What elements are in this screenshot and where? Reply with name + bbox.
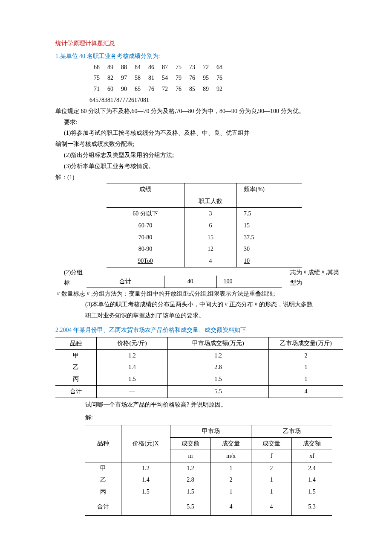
q1-data-grid: 68898884868775737268 7582975881547976957… bbox=[89, 61, 227, 95]
q1-ans2-line2: 〃数量标志〃;分组方法为：变量分组中的开放组距式分组,组限表示方法是重叠组限; bbox=[55, 289, 345, 299]
q1-req1b: 编制一张考核成绩次数分配表; bbox=[55, 139, 345, 149]
q1-ans3b: 职工对业务知识的掌握达到了该单位的要求。 bbox=[85, 311, 345, 321]
q1-rule: 单位规定 60 分以下为不及格,60—70 分为及格,70—80 分为中，80—… bbox=[55, 106, 345, 116]
main-title: 统计学原理计算题汇总 bbox=[55, 38, 345, 49]
q1-req-label: 要求: bbox=[64, 117, 345, 128]
t1-h-count: 职工人数 bbox=[184, 195, 237, 207]
q2-heading: 2.2004 年某月份甲、乙两农贸市场农产品价格和成交量、成交额资料如下 bbox=[55, 325, 345, 335]
q1-heading: 1.某单位 40 名职工业务考核成绩分别为: bbox=[55, 51, 345, 61]
q1-req1: (1)将参加考试的职工按考核成绩分为不及格、及格、中、良、优五组并 bbox=[64, 128, 345, 138]
q2-calc-table: 品种 价格(元)X 甲市场 乙市场 成交额 成交量 成交量 成交额 m m/x … bbox=[85, 425, 332, 516]
q1-extra-line: 64578381787772617081 bbox=[89, 95, 345, 105]
t1-h-score: 成绩 bbox=[107, 183, 184, 195]
q1-freq-table: 成绩 频率(%) 职工人数 60 分以下37.5 60-70615 70-801… bbox=[107, 183, 302, 267]
q2-sol-label: 解: bbox=[85, 413, 345, 423]
t1-h-freq: 频率(%) bbox=[237, 183, 302, 195]
q1-ans2-line: (2)分组标 合计 40 100 志为〃成绩〃,其类型为 bbox=[55, 267, 345, 288]
q1-req3: (3)分析本单位职工业务考核情况。 bbox=[64, 161, 345, 171]
q2-data-table: 品种 价格(元/斤) 甲市场成交额(万元) 乙市场成交量(万斤) 甲1.21.2… bbox=[55, 337, 343, 398]
q1-ans3a: (3)本单位的职工考核成绩的分布呈两头小，中间大的〃正态分布〃的形态，说明大多数 bbox=[85, 299, 345, 310]
q1-sol-label: 解：(1) bbox=[55, 172, 345, 183]
q1-req2: (2)指出分组标志及类型及采用的分组方法; bbox=[64, 150, 345, 160]
q2-ask: 试问哪一个市场农产品的平均价格较高? 并说明原因。 bbox=[85, 400, 345, 410]
